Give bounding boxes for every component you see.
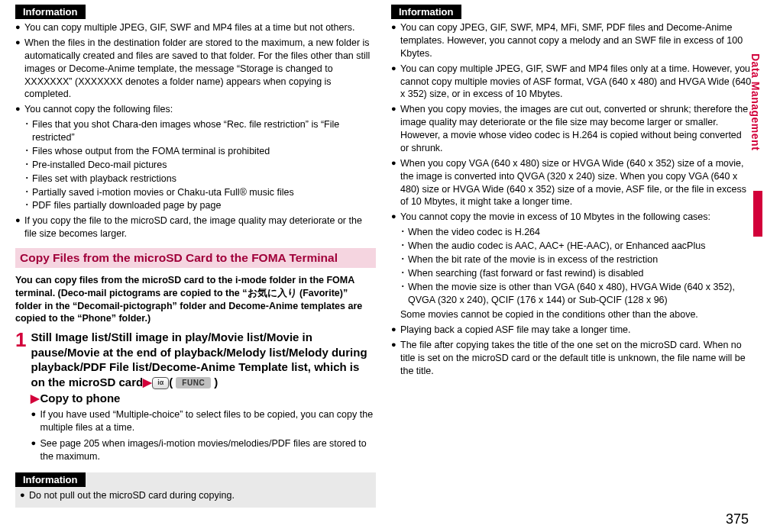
side-tab: Data Management (749, 53, 762, 244)
dot-icon: ･ (24, 172, 32, 185)
step-note: ● If you have used “Multiple-choice” to … (31, 408, 376, 434)
arrow-icon: ▶ (143, 376, 152, 389)
info-bullet: ● Do not pull out the microSD card durin… (15, 489, 376, 502)
info-bullet: ●When you copy VGA (640 x 480) size or H… (391, 157, 752, 209)
info-sub-bullet: ･When the video codec is H.264 (400, 226, 752, 239)
info-sub-bullet: ･Partially saved i-motion movies or Chak… (24, 186, 376, 199)
dot-icon: ･ (400, 226, 408, 239)
sub-bullet-text: Partially saved i-motion movies or Chaku… (32, 186, 376, 199)
step-title: Still Image list/Still image in play/Mov… (31, 330, 376, 389)
bullet-text: The file after copying takes the title o… (400, 339, 752, 378)
side-chapter-label: Data Management (749, 53, 762, 150)
info-bullet: ●You can copy multiple JPEG, GIF, SWF an… (391, 63, 752, 102)
dot-icon: ･ (24, 118, 32, 144)
info-box-left: Information ● Do not pull out the microS… (15, 472, 376, 508)
info-sub-bullet: ･When the audio codec is AAC, AAC+ (HE-A… (400, 240, 752, 253)
bullet-text: You can copy multiple JPEG, GIF, SWF and… (400, 63, 752, 102)
info-header-right: Information (391, 5, 752, 19)
info-sub-bullet: ･When the movie size is other than VGA (… (400, 281, 752, 307)
bullet-dot-icon: ● (15, 21, 24, 34)
info-sub-bullet: ･Files whose output from the FOMA termin… (24, 145, 376, 158)
info-bullet: ● When the files in the destination fold… (15, 37, 376, 101)
sub-bullet-text: PDF files partially downloaded page by p… (32, 199, 376, 212)
sub-bullet-text: When searching (fast forward or fast rew… (408, 267, 752, 280)
bullet-text: You cannot copy the following files: (24, 103, 376, 116)
info-bullet: ●When you copy movies, the images are cu… (391, 103, 752, 155)
bullet-dot-icon: ● (391, 157, 400, 209)
dot-icon: ･ (24, 186, 32, 199)
bullet-text: When you copy movies, the images are cut… (400, 103, 752, 155)
i-alpha-key-icon: iα (152, 377, 169, 389)
info-sub-bullet: ･PDF files partially downloaded page by … (24, 199, 376, 212)
dot-icon: ･ (24, 159, 32, 172)
step-note-text: If you have used “Multiple-choice” to se… (40, 408, 376, 434)
page-columns: Information ● You can copy multiple JPEG… (15, 5, 752, 493)
bullet-dot-icon: ● (391, 63, 400, 102)
dot-icon: ･ (400, 240, 408, 253)
info-badge: Information (15, 5, 86, 19)
info-sub-bullet: ･When the bit rate of the movie is in ex… (400, 253, 752, 266)
right-column: Information ●You can copy JPEG, GIF, SWF… (391, 5, 752, 493)
info-sub-bullet: ･Files set with playback restrictions (24, 172, 376, 185)
sub-bullet-text: Pre-installed Deco-mail pictures (32, 159, 376, 172)
info-badge: Information (391, 5, 461, 19)
step-body: Still Image list/Still image in play/Mov… (31, 330, 376, 463)
info-bullet: ● If you copy the file to the microSD ca… (15, 214, 376, 240)
bullet-dot-icon: ● (391, 339, 400, 378)
sub-bullet-text: Files set with playback restrictions (32, 172, 376, 185)
sub-bullet-text: Files whose output from the FOMA termina… (32, 145, 376, 158)
step-note-text: See page 205 when images/i-motion movies… (40, 437, 376, 463)
bullet-dot-icon: ● (31, 408, 40, 434)
info-bullet: ● You can copy multiple JPEG, GIF, SWF a… (15, 21, 376, 34)
page-number: 375 (726, 511, 749, 527)
dot-icon: ･ (400, 253, 408, 266)
info-header-left: Information (15, 5, 376, 19)
bullet-text: You can copy multiple JPEG, GIF, SWF and… (24, 21, 376, 34)
bullet-dot-icon: ● (391, 211, 400, 224)
bullet-text: When the files in the destination folder… (24, 37, 376, 101)
bullet-dot-icon: ● (391, 21, 400, 60)
side-tab-mark (753, 191, 762, 237)
info-bullet: ●You cannot copy the movie in excess of … (391, 211, 752, 224)
info-bullet: ●You can copy JPEG, GIF, SWF, MP4, MFi, … (391, 21, 752, 60)
info-bullet: ● You cannot copy the following files: (15, 103, 376, 116)
bullet-dot-icon: ● (391, 324, 400, 337)
sub-bullet-text: When the bit rate of the movie is in exc… (408, 253, 752, 266)
bullet-text: You can copy JPEG, GIF, SWF, MP4, MFi, S… (400, 21, 752, 60)
bullet-dot-icon: ● (391, 103, 400, 155)
step-copy-line: ▶Copy to phone (31, 392, 376, 405)
step-block: 1 Still Image list/Still image in play/M… (15, 330, 376, 463)
section-intro: You can copy files from the microSD card… (15, 274, 376, 326)
after-sub-text: Some movies cannot be copied in the cond… (400, 308, 752, 321)
arrow-icon: ▶ (31, 392, 40, 405)
bullet-dot-icon: ● (15, 103, 24, 116)
info-badge: Information (15, 472, 86, 487)
bullet-dot-icon: ● (15, 214, 24, 240)
bullet-dot-icon: ● (20, 489, 29, 502)
step-number: 1 (15, 330, 26, 463)
bullet-text: When you copy VGA (640 x 480) size or HV… (400, 157, 752, 209)
copy-to-phone-text: Copy to phone (40, 392, 120, 405)
dot-icon: ･ (400, 281, 408, 307)
sub-bullet-text: When the video codec is H.264 (408, 226, 752, 239)
left-column: Information ● You can copy multiple JPEG… (15, 5, 376, 493)
bullet-text: If you copy the file to the microSD card… (24, 214, 376, 240)
bullet-dot-icon: ● (15, 37, 24, 101)
dot-icon: ･ (400, 267, 408, 280)
sub-bullet-text: Files that you shot Chara-den images who… (32, 118, 376, 144)
section-title: Copy Files from the microSD Card to the … (15, 248, 376, 268)
info-sub-bullet: ･Pre-installed Deco-mail pictures (24, 159, 376, 172)
bullet-text: Playing back a copied ASF file may take … (400, 324, 752, 337)
func-label: FUNC (176, 377, 211, 389)
bullet-dot-icon: ● (31, 437, 40, 463)
bullet-text: You cannot copy the movie in excess of 1… (400, 211, 752, 224)
info-bullet: ●The file after copying takes the title … (391, 339, 752, 378)
bullet-text: Do not pull out the microSD card during … (29, 489, 371, 502)
info-bullet: ●Playing back a copied ASF file may take… (391, 324, 752, 337)
sub-bullet-text: When the audio codec is AAC, AAC+ (HE-AA… (408, 240, 752, 253)
dot-icon: ･ (24, 199, 32, 212)
step-note: ● See page 205 when images/i-motion movi… (31, 437, 376, 463)
info-sub-bullet: ･Files that you shot Chara-den images wh… (24, 118, 376, 144)
sub-bullet-text: When the movie size is other than VGA (6… (408, 281, 752, 307)
dot-icon: ･ (24, 145, 32, 158)
